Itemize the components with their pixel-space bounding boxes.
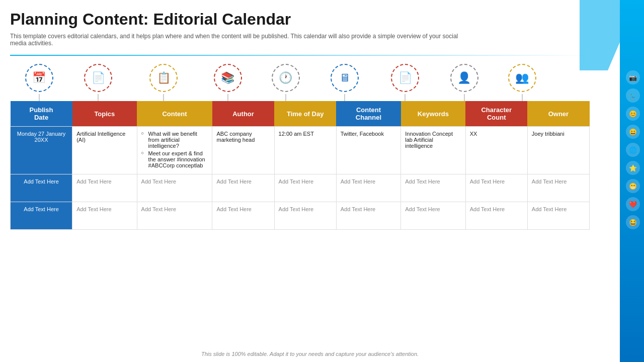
- globe-icon: 🌐: [626, 143, 640, 157]
- author-icon-cell: 📚: [199, 64, 257, 101]
- publish-date-icon-cell: 📅: [10, 64, 68, 101]
- cell-time-1: 12:00 am EST: [274, 127, 336, 174]
- cell-time-3: Add Text Here: [274, 202, 336, 230]
- time-icon-cell: 🕐: [257, 64, 314, 101]
- cell-charcount-2: Add Text Here: [465, 174, 527, 202]
- table-header-row: PublishDate Topics Content Author Time o…: [11, 101, 590, 127]
- page-title: Planning Content: Editorial Calendar: [10, 10, 590, 29]
- clock-icon: 🕐: [272, 64, 300, 92]
- header-topics: Topics: [72, 101, 137, 127]
- cell-content-2: Add Text Here: [137, 174, 212, 202]
- owner-icon-cell: 👥: [493, 64, 551, 101]
- cell-channel-1: Twitter, Facebook: [336, 127, 400, 174]
- table-row: Monday 27 January 20XX Artificial Intell…: [11, 127, 590, 174]
- icon-stem-5: [285, 94, 286, 101]
- icon-stem-6: [344, 94, 345, 101]
- cell-publish-date-2: Add Text Here: [11, 174, 72, 202]
- icon-stem-3: [163, 94, 164, 101]
- icon-stem-9: [522, 94, 523, 101]
- topics-icon: 📄: [84, 64, 112, 92]
- cell-time-2: Add Text Here: [274, 174, 336, 202]
- cell-topics-2: Add Text Here: [72, 174, 137, 202]
- emoji2-icon: 😁: [626, 179, 640, 193]
- haha-icon: 😂: [626, 215, 640, 229]
- header-content: Content: [137, 101, 212, 127]
- icon-stem-7: [405, 94, 406, 101]
- cell-author-2: Add Text Here: [212, 174, 274, 202]
- bullet-1: What will we benefit from artificial int…: [141, 131, 208, 149]
- footer-text: This slide is 100% editable. Adapt it to…: [0, 351, 620, 357]
- cell-author-3: Add Text Here: [212, 202, 274, 230]
- header-author: Author: [212, 101, 274, 127]
- author-icon: 📚: [214, 64, 242, 92]
- icon-stem-2: [98, 94, 99, 101]
- right-decorative-bar: 📷 🐦 😊 😄 🌐 ⭐ 😁 ❤️ 😂: [620, 0, 644, 362]
- cell-keywords-1: Innovation Concept lab Artificial intell…: [401, 127, 465, 174]
- icon-stem-8: [464, 94, 465, 101]
- person-icon: 👤: [450, 64, 478, 92]
- icon-stem-4: [227, 94, 228, 101]
- social-icons-column: 📷 🐦 😊 😄 🌐 ⭐ 😁 ❤️ 😂: [626, 70, 640, 229]
- header-channel: ContentChannel: [336, 101, 400, 127]
- cell-owner-3: Add Text Here: [527, 202, 589, 230]
- content-icon-cell: 📋: [128, 64, 199, 101]
- title-divider: [10, 55, 590, 56]
- cell-charcount-3: Add Text Here: [465, 202, 527, 230]
- team-icon: 👥: [508, 64, 536, 92]
- table-row: Add Text Here Add Text Here Add Text Her…: [11, 174, 590, 202]
- table-row: Add Text Here Add Text Here Add Text Her…: [11, 202, 590, 230]
- page-subtitle: This template covers editorial calendars…: [10, 33, 463, 47]
- topics-icon-cell: 📄: [68, 64, 128, 101]
- column-icons-row: 📅 📄 📋 📚 🕐 🖥 📄 👤: [10, 64, 590, 101]
- cell-publish-date-3: Add Text Here: [11, 202, 72, 230]
- keywords-icon: 📄: [391, 64, 419, 92]
- cell-channel-3: Add Text Here: [336, 202, 400, 230]
- cell-keywords-2: Add Text Here: [401, 174, 465, 202]
- cell-content-1: What will we benefit from artificial int…: [137, 127, 212, 174]
- twitter-icon: 🐦: [626, 88, 640, 103]
- keywords-icon-cell: 📄: [375, 64, 435, 101]
- cell-owner-1: Joey tribbiani: [527, 127, 589, 174]
- monitor-icon: 🖥: [331, 64, 359, 92]
- cell-charcount-1: XX: [465, 127, 527, 174]
- header-keywords: Keywords: [401, 101, 465, 127]
- channel-icon-cell: 🖥: [314, 64, 375, 101]
- charcount-icon-cell: 👤: [435, 64, 493, 101]
- header-charcount: CharacterCount: [465, 101, 527, 127]
- cell-publish-date-1: Monday 27 January 20XX: [11, 127, 72, 174]
- heart-icon: ❤️: [626, 197, 640, 211]
- smile-icon: 😊: [626, 107, 640, 121]
- editorial-calendar-table: PublishDate Topics Content Author Time o…: [10, 101, 590, 230]
- content-icon: 📋: [149, 64, 178, 92]
- bullet-2: Meet our expert & find the answer #innov…: [141, 150, 208, 168]
- cell-topics-1: Artificial Intelligence (AI): [72, 127, 137, 174]
- cell-topics-3: Add Text Here: [72, 202, 137, 230]
- cell-author-1: ABC company marketing head: [212, 127, 274, 174]
- cell-owner-2: Add Text Here: [527, 174, 589, 202]
- calendar-icon: 📅: [25, 64, 53, 92]
- header-owner: Owner: [527, 101, 589, 127]
- cell-content-3: Add Text Here: [137, 202, 212, 230]
- laugh-icon: 😄: [626, 125, 640, 139]
- header-time: Time of Day: [274, 101, 336, 127]
- instagram-icon: 📷: [626, 70, 640, 84]
- icon-stem-1: [39, 94, 40, 101]
- star-icon: ⭐: [626, 161, 640, 175]
- cell-channel-2: Add Text Here: [336, 174, 400, 202]
- cell-keywords-3: Add Text Here: [401, 202, 465, 230]
- header-publish-date: PublishDate: [11, 101, 72, 127]
